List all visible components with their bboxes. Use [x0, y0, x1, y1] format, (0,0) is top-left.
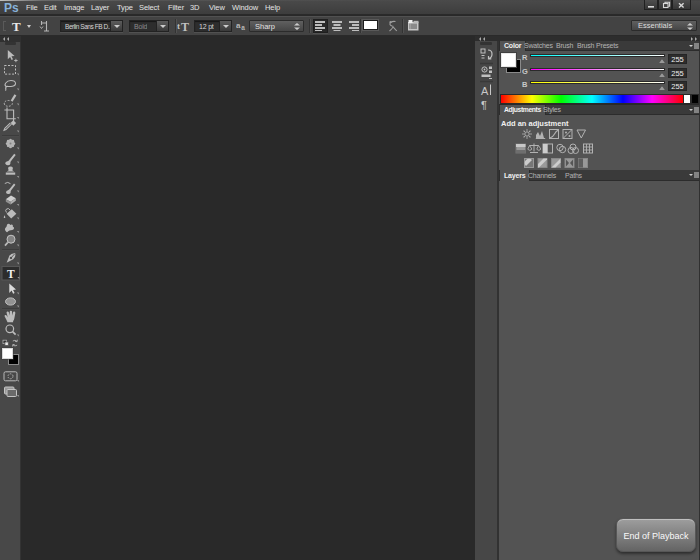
svg-text:T: T: [181, 20, 189, 32]
svg-text:a: a: [241, 24, 245, 31]
svg-text:t: t: [177, 21, 180, 31]
svg-text:A: A: [481, 85, 489, 97]
svg-text:¶: ¶: [481, 99, 487, 111]
svg-text:T: T: [7, 268, 15, 280]
